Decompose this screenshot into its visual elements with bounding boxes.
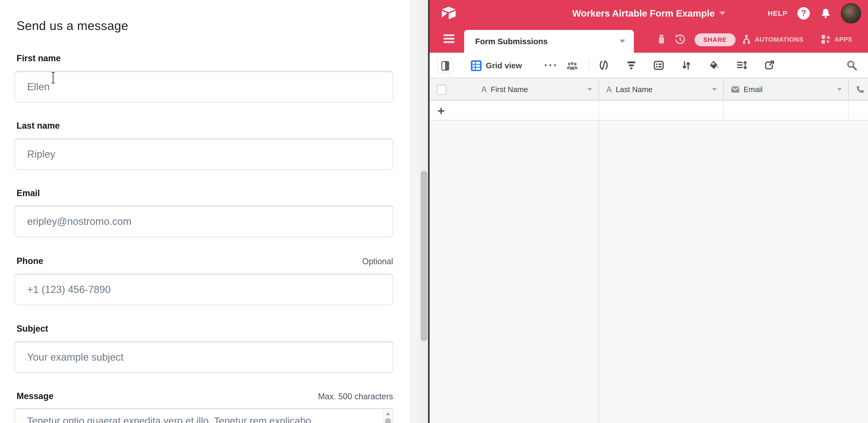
- share-view-icon[interactable]: [764, 60, 775, 71]
- airtable-topbar: Workers Airtable Form Example HELP ?: [430, 0, 868, 27]
- last-name-placeholder: Ripley: [27, 139, 55, 170]
- textarea-scrollbar[interactable]: [383, 409, 392, 423]
- grid-header-row: A First Name A Last Name Email: [430, 78, 868, 100]
- ellipsis-icon: [545, 64, 547, 66]
- textarea-scroll-thumb[interactable]: [385, 418, 391, 423]
- column-header-email[interactable]: Email: [724, 78, 848, 100]
- pane-divider: [428, 0, 430, 423]
- chevron-down-icon[interactable]: [837, 88, 842, 91]
- view-more-button[interactable]: [545, 64, 556, 66]
- subject-placeholder: Your example subject: [27, 342, 124, 372]
- first-name-placeholder: Ellen: [27, 71, 50, 102]
- notifications-bell-icon[interactable]: [820, 8, 831, 19]
- row-height-icon[interactable]: [736, 60, 747, 71]
- email-label: Email: [17, 188, 40, 198]
- filter-icon[interactable]: [626, 60, 637, 71]
- contact-form-pane: Send us a message First name Ellen Last …: [0, 0, 410, 423]
- message-text: Tenetur optio quaerat expedita vero et i…: [27, 414, 377, 423]
- column-header-last-name[interactable]: A Last Name: [599, 78, 723, 100]
- view-toolbar: Grid view: [430, 53, 868, 78]
- view-name-button[interactable]: Grid view: [486, 58, 522, 73]
- history-icon[interactable]: [674, 34, 686, 45]
- email-placeholder: eripley@nostromo.com: [27, 206, 131, 237]
- text-cursor-pointer: [49, 72, 57, 84]
- first-name-input[interactable]: Ellen: [14, 71, 393, 102]
- automations-button[interactable]: AUTOMATIONS: [741, 32, 803, 47]
- page-scrollbar-thumb[interactable]: [421, 171, 427, 341]
- hide-fields-icon[interactable]: [598, 60, 609, 71]
- tables-menu-button[interactable]: [443, 34, 455, 45]
- phone-label: Phone: [17, 256, 43, 266]
- form-title: Send us a message: [17, 19, 128, 33]
- phone-placeholder: +1 (123) 456-7890: [27, 274, 111, 305]
- column-separator: [723, 101, 724, 121]
- automations-label: AUTOMATIONS: [755, 36, 803, 43]
- apps-label: APPS: [834, 36, 852, 43]
- search-icon[interactable]: [846, 60, 858, 71]
- subject-label: Subject: [17, 324, 48, 334]
- group-icon[interactable]: [653, 60, 664, 71]
- chevron-down-icon: [719, 11, 725, 15]
- phone-field-type-icon: [856, 85, 865, 94]
- collaborators-icon[interactable]: [567, 60, 578, 71]
- last-name-label: Last name: [17, 121, 60, 131]
- apps-shapes-icon: [820, 34, 832, 45]
- message-maxchars-hint: Max. 500 characters: [318, 392, 393, 401]
- message-textarea[interactable]: Tenetur optio quaerat expedita vero et i…: [14, 408, 393, 423]
- trash-icon[interactable]: [656, 34, 667, 44]
- sort-icon[interactable]: [681, 60, 692, 71]
- phone-optional-hint: Optional: [362, 256, 393, 266]
- base-title: Workers Airtable Form Example: [572, 8, 715, 19]
- share-button[interactable]: SHARE: [694, 33, 736, 46]
- table-tab-label: Form Submissions: [475, 37, 548, 46]
- email-input[interactable]: eripley@nostromo.com: [14, 206, 393, 237]
- airtable-pane: Workers Airtable Form Example HELP ? For…: [430, 0, 868, 423]
- email-field-type-icon: [731, 85, 740, 94]
- add-record-plus-icon[interactable]: [437, 106, 446, 116]
- column-separator: [848, 101, 849, 121]
- page-gutter: [410, 0, 420, 423]
- view-sidebar-toggle-button[interactable]: [437, 58, 453, 73]
- chevron-down-icon: [620, 39, 625, 43]
- apps-button[interactable]: APPS: [820, 32, 852, 47]
- sidebar-panel-icon: [441, 61, 449, 71]
- phone-input[interactable]: +1 (123) 456-7890: [14, 274, 393, 305]
- column-header-first-name[interactable]: A First Name: [474, 78, 598, 100]
- chevron-down-icon[interactable]: [712, 88, 717, 91]
- grid-view-icon: [471, 60, 482, 71]
- table-tab-form-submissions[interactable]: Form Submissions: [464, 30, 634, 53]
- column-header-phone[interactable]: Phone: [849, 78, 868, 100]
- grid-body-empty: [430, 121, 868, 423]
- scroll-up-arrow-icon[interactable]: [386, 412, 390, 415]
- base-title-menu[interactable]: Workers Airtable Form Example: [572, 0, 725, 27]
- subject-input[interactable]: Your example subject: [14, 341, 393, 373]
- help-button[interactable]: HELP: [768, 0, 787, 27]
- screen: Send us a message First name Ellen Last …: [0, 0, 868, 423]
- automations-robot-icon: [741, 34, 752, 45]
- column-separator: [598, 101, 599, 121]
- user-avatar[interactable]: [841, 3, 861, 24]
- first-name-label: First name: [17, 53, 61, 63]
- toolbar-divider: [589, 59, 589, 72]
- message-label: Message: [17, 391, 54, 401]
- last-name-input[interactable]: Ripley: [14, 138, 393, 170]
- text-field-type-icon: A: [606, 85, 612, 94]
- help-circle-icon[interactable]: ?: [797, 7, 810, 20]
- select-all-checkbox[interactable]: [437, 85, 446, 95]
- color-fill-icon[interactable]: [708, 60, 719, 71]
- chevron-down-icon[interactable]: [587, 88, 592, 91]
- airtable-tabbar: Form Submissions SHARE AUTOM: [430, 27, 868, 53]
- hamburger-icon: [443, 34, 455, 36]
- airtable-logo-icon[interactable]: [441, 6, 456, 20]
- primary-column-separator: [598, 121, 599, 423]
- text-field-type-icon: A: [481, 85, 487, 94]
- add-row[interactable]: [430, 101, 868, 121]
